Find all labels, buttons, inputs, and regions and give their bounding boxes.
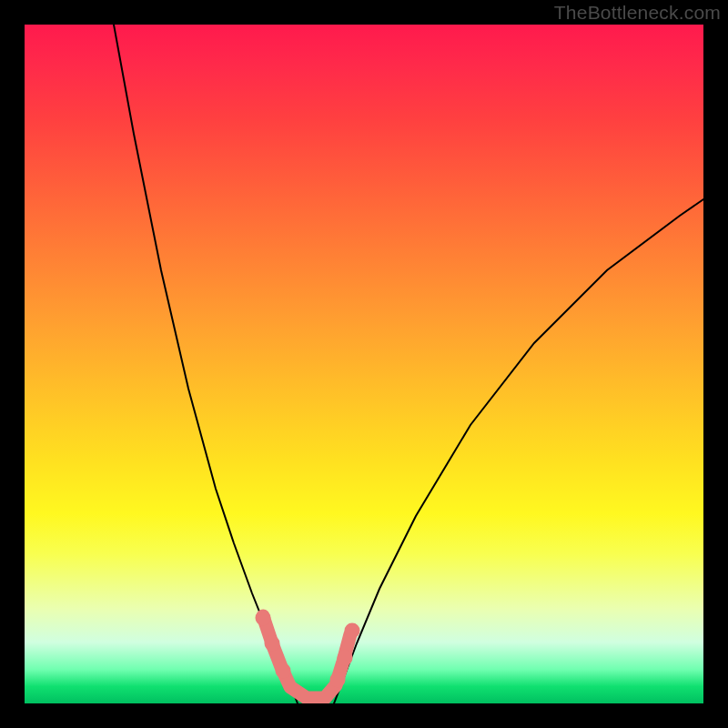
chart-svg: [25, 25, 703, 703]
right-dot-3: [345, 623, 360, 639]
left-dot-2: [265, 636, 280, 652]
left-curve: [114, 25, 298, 703]
left-dot-3: [276, 663, 291, 679]
plot-frame: [25, 25, 703, 703]
right-dot-2: [338, 651, 353, 666]
right-dot-1: [330, 672, 346, 688]
left-dot-1: [256, 611, 271, 626]
right-curve: [334, 199, 703, 703]
watermark-text: TheBottleneck.com: [554, 2, 721, 24]
